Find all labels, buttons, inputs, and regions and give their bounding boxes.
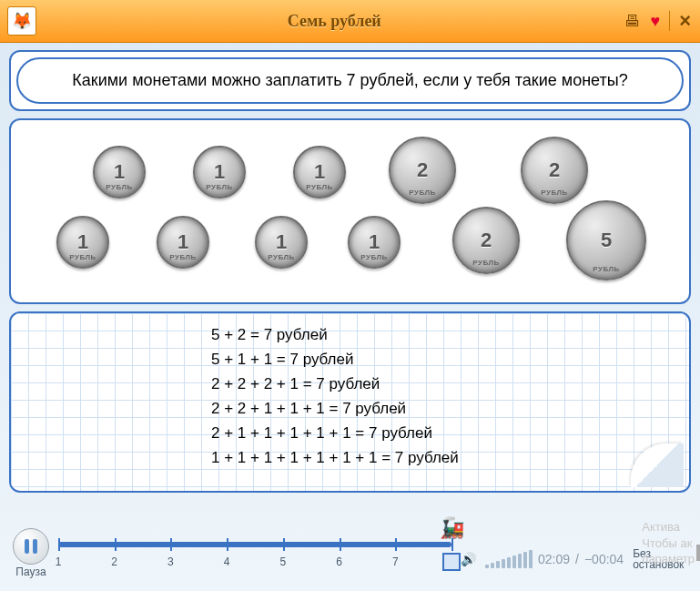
- speaker-icon[interactable]: 🔊: [461, 553, 476, 566]
- track-tick-label: 7: [392, 556, 399, 567]
- coin-value: 2: [549, 160, 560, 180]
- train-icon: 🚂: [440, 516, 464, 540]
- watermark-line: Чтобы ак: [642, 535, 695, 552]
- coin-2-ruble[interactable]: 2РУБЛЬ: [521, 137, 588, 204]
- coin-1-ruble[interactable]: 1РУБЛЬ: [193, 146, 246, 199]
- track-tick-label: 5: [280, 556, 287, 567]
- coin-1-ruble[interactable]: 1РУБЛЬ: [157, 216, 209, 269]
- window-title: Семь рублей: [44, 13, 624, 29]
- track-rail: [58, 542, 451, 547]
- coin-value: 1: [114, 162, 125, 182]
- print-icon[interactable]: 🖶: [624, 12, 641, 31]
- titlebar-separator: [669, 11, 670, 31]
- coin-unit: РУБЛЬ: [169, 254, 197, 261]
- coin-unit: РУБЛЬ: [306, 184, 333, 191]
- slide-track[interactable]: 12345678🚂: [58, 535, 451, 580]
- coin-unit: РУБЛЬ: [106, 184, 133, 191]
- coin-2-ruble[interactable]: 2РУБЛЬ: [389, 137, 456, 204]
- track-tick-label: 4: [224, 556, 230, 567]
- volume-meter[interactable]: [485, 550, 533, 568]
- time-elapsed: 02:09: [538, 553, 570, 566]
- heart-icon[interactable]: ♥: [650, 12, 660, 31]
- coin-value: 2: [417, 160, 428, 180]
- content-body: Какими монетами можно заплатить 7 рублей…: [0, 43, 700, 514]
- coin-unit: РУБЛЬ: [541, 189, 568, 197]
- coin-unit: РУБЛЬ: [268, 254, 295, 261]
- coin-unit: РУБЛЬ: [409, 189, 436, 197]
- coin-unit: РУБЛЬ: [472, 260, 500, 267]
- track-tick: [115, 538, 117, 551]
- coin-2-ruble[interactable]: 2РУБЛЬ: [452, 207, 520, 274]
- track-tick: [227, 538, 228, 551]
- coin-1-ruble[interactable]: 1РУБЛЬ: [56, 216, 109, 269]
- coin-value: 1: [276, 232, 287, 252]
- titlebar-actions: 🖶 ♥ ×: [624, 9, 691, 33]
- title-bar: 🦊 Семь рублей 🖶 ♥ ×: [0, 0, 700, 43]
- coin-unit: РУБЛЬ: [206, 184, 233, 191]
- coin-value: 1: [178, 232, 188, 252]
- coin-unit: РУБЛЬ: [69, 254, 96, 261]
- pause-icon: [25, 539, 37, 554]
- track-tick-label: 3: [167, 556, 174, 567]
- track-tick: [395, 538, 397, 551]
- pause-button[interactable]: [13, 528, 49, 565]
- coin-value: 1: [77, 232, 88, 252]
- coin-1-ruble[interactable]: 1РУБЛЬ: [293, 146, 346, 199]
- no-stop-checkbox[interactable]: [696, 545, 700, 561]
- pause-control: Пауза: [13, 528, 49, 577]
- time-remaining: −00:04: [584, 553, 624, 566]
- coin-value: 1: [369, 232, 380, 252]
- logo-glyph: 🦊: [12, 11, 32, 31]
- track-tick-label: 1: [56, 556, 62, 567]
- answers-list: 5 + 2 = 7 рублей 5 + 1 + 1 = 7 рублей 2 …: [211, 322, 459, 470]
- coin-1-ruble[interactable]: 1РУБЛЬ: [348, 216, 401, 269]
- track-tick: [170, 538, 172, 551]
- watermark-text: Актива Чтобы ак параметр: [642, 519, 695, 567]
- question-container: Какими монетами можно заплатить 7 рублей…: [9, 50, 691, 111]
- time-separator: /: [575, 553, 579, 566]
- answers-panel: 5 + 2 = 7 рублей 5 + 1 + 1 = 7 рублей 2 …: [9, 311, 691, 493]
- track-tick: [58, 538, 60, 551]
- coin-value: 5: [601, 230, 612, 250]
- coin-5-ruble[interactable]: 5РУБЛЬ: [566, 200, 646, 280]
- track-tick-label: 6: [336, 556, 342, 567]
- coin-unit: РУБЛЬ: [593, 266, 620, 273]
- coin-unit: РУБЛЬ: [360, 254, 388, 261]
- track-tick: [283, 538, 285, 551]
- footer-bar: Пауза 12345678🚂 🔊 02:09 / −00:04 Без ост…: [0, 514, 700, 591]
- coins-panel: 1РУБЛЬ1РУБЛЬ1РУБЛЬ2РУБЛЬ2РУБЛЬ1РУБЛЬ1РУБ…: [9, 118, 691, 304]
- track-tick-label: 2: [111, 556, 117, 567]
- coin-1-ruble[interactable]: 1РУБЛЬ: [255, 216, 308, 269]
- pause-label: Пауза: [15, 566, 46, 577]
- coin-value: 1: [314, 162, 325, 182]
- time-volume-group: 🔊 02:09 / −00:04: [461, 550, 624, 568]
- app-logo: 🦊: [7, 6, 36, 36]
- watermark-line: параметр: [642, 551, 695, 567]
- coin-1-ruble[interactable]: 1РУБЛЬ: [93, 146, 146, 199]
- track-marker[interactable]: [442, 553, 461, 571]
- track-tick: [451, 538, 453, 551]
- question-text: Какими монетами можно заплатить 7 рублей…: [16, 57, 684, 104]
- track-tick: [340, 538, 341, 551]
- coin-value: 2: [481, 230, 492, 250]
- app-window: 🦊 Семь рублей 🖶 ♥ × Какими монетами можн…: [0, 0, 700, 591]
- watermark-line: Актива: [642, 519, 695, 535]
- coin-value: 1: [214, 162, 225, 182]
- close-icon[interactable]: ×: [679, 9, 691, 33]
